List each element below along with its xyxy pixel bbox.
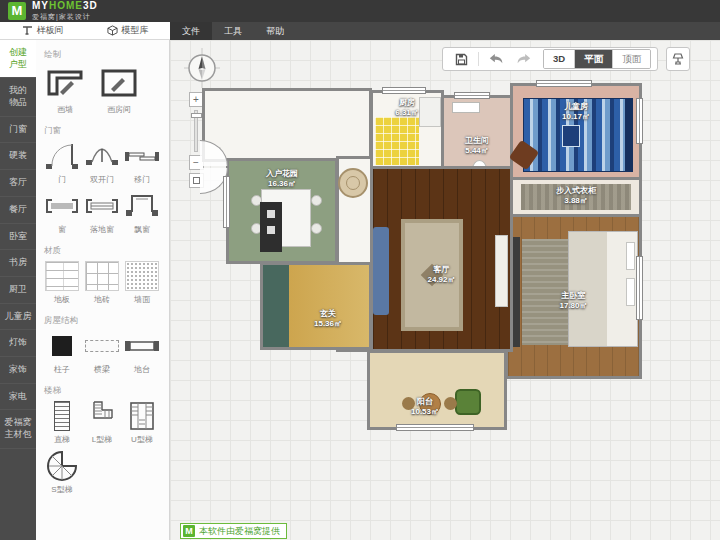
room-entry-hall[interactable]: 玄关15.36㎡ xyxy=(260,262,372,350)
tool-column[interactable]: 柱子 xyxy=(42,330,82,375)
tool-draw-room[interactable]: 画房间 xyxy=(96,64,142,115)
rattan-chair[interactable] xyxy=(338,168,368,198)
sidebar-item-hard-decor[interactable]: 硬装 xyxy=(0,143,36,170)
menu-help[interactable]: 帮助 xyxy=(254,22,296,40)
desk-lamp-icon xyxy=(671,52,685,66)
tool-l-stair[interactable]: L型梯 xyxy=(82,400,122,445)
tool-spiral-stair[interactable]: S型梯 xyxy=(42,450,82,495)
tool-u-stair[interactable]: U型梯 xyxy=(122,400,162,445)
tool-beam[interactable]: 横梁 xyxy=(82,330,122,375)
living-rug[interactable] xyxy=(401,219,463,331)
tool-french-window[interactable]: 落地窗 xyxy=(82,190,122,235)
tool-door[interactable]: 门 xyxy=(42,140,82,185)
zoom-slider[interactable] xyxy=(194,110,198,152)
lamp-tool-button[interactable] xyxy=(666,47,690,71)
bay-window-icon xyxy=(122,190,162,222)
sidebar-item-living-room[interactable]: 客厅 xyxy=(0,170,36,197)
tool-wall-surface[interactable]: 墙面 xyxy=(122,260,162,305)
sidebar-item-my-items[interactable]: 我的 物品 xyxy=(0,78,36,116)
tool-label: 地板 xyxy=(42,294,82,305)
tool-label: 地砖 xyxy=(82,294,122,305)
tool-window[interactable]: 窗 xyxy=(42,190,82,235)
sidebar-item-doors-windows[interactable]: 门窗 xyxy=(0,117,36,144)
sofa[interactable] xyxy=(373,227,389,315)
tool-bay-window[interactable]: 飘窗 xyxy=(122,190,162,235)
app-window: M MYHOME3D 爱福窝|家装设计 样板间 模型库 文件 工具 帮助 创建 … xyxy=(0,0,720,540)
view-plan-button[interactable]: 平面 xyxy=(574,50,613,68)
tool-wood-floor[interactable]: 地板 xyxy=(42,260,82,305)
tv-cabinet[interactable] xyxy=(495,235,508,307)
section-draw: 绘制 xyxy=(44,49,163,61)
tool-label: 墙面 xyxy=(122,294,162,305)
tool-label: 横梁 xyxy=(82,364,122,375)
sidebar-item-kids-room[interactable]: 儿童房 xyxy=(0,304,36,331)
view-ceiling-button[interactable]: 顶面 xyxy=(613,50,650,68)
section-materials: 材质 xyxy=(44,245,163,257)
view-3d-button[interactable]: 3D xyxy=(544,50,574,68)
fridge[interactable] xyxy=(419,97,441,127)
tab-model-library[interactable]: 模型库 xyxy=(85,22,170,39)
design-canvas[interactable]: + − 3D 平面 顶面 xyxy=(170,40,720,540)
tab-sample-rooms[interactable]: 样板间 xyxy=(0,22,85,39)
save-icon xyxy=(455,53,468,66)
double-door-icon xyxy=(82,140,122,172)
room-area: 16.36㎡ xyxy=(268,179,296,188)
save-button[interactable] xyxy=(449,48,474,70)
tool-double-door[interactable]: 双开门 xyxy=(82,140,122,185)
room-living[interactable]: 客厅24.92㎡ xyxy=(370,166,513,352)
kitchen-cabinets[interactable] xyxy=(375,117,419,165)
tool-label: 柱子 xyxy=(42,364,82,375)
room-walkin-closet[interactable]: 步入式衣柜3.88㎡ xyxy=(510,177,642,217)
window xyxy=(636,256,643,320)
room-entry-garden[interactable]: 入户花园16.36㎡ xyxy=(226,158,338,264)
room-name: 玄关 xyxy=(320,309,336,318)
window xyxy=(396,424,474,431)
cube-icon xyxy=(107,25,118,36)
myhome3d-logo: M xyxy=(8,2,26,20)
bedroom-rug xyxy=(522,239,570,345)
tool-label: U型梯 xyxy=(122,434,162,445)
tool-floor-tile[interactable]: 地砖 xyxy=(82,260,122,305)
undo-button[interactable] xyxy=(483,48,510,70)
tile-texture-icon xyxy=(82,260,122,292)
kids-bed[interactable] xyxy=(523,98,633,172)
compass[interactable] xyxy=(184,48,220,92)
wall-texture-icon xyxy=(122,260,162,292)
redo-button[interactable] xyxy=(510,48,537,70)
room-name: 入户花园 xyxy=(266,169,298,178)
bathroom-sink[interactable] xyxy=(452,102,480,113)
room-kids[interactable]: 儿童房10.17㎡ xyxy=(510,83,642,180)
window xyxy=(382,87,426,94)
tool-sliding-door[interactable]: 移门 xyxy=(122,140,162,185)
room-master-bedroom[interactable]: 主卧室17.80㎡ xyxy=(505,214,642,379)
section-doors-windows: 门窗 xyxy=(44,125,163,137)
sidebar-item-dining-room[interactable]: 餐厅 xyxy=(0,197,36,224)
sidebar-item-lighting[interactable]: 灯饰 xyxy=(0,330,36,357)
window xyxy=(223,176,230,228)
master-bed[interactable] xyxy=(568,231,638,347)
u-stair-icon xyxy=(122,400,162,432)
panel-tabs: 样板间 模型库 xyxy=(0,22,170,40)
zoom-slider-handle[interactable] xyxy=(191,113,202,118)
menu-tools[interactable]: 工具 xyxy=(212,22,254,40)
balcony-plant[interactable] xyxy=(455,389,481,415)
room-kitchen[interactable]: 厨房6.31㎡ xyxy=(370,90,444,170)
kitchen-counter[interactable] xyxy=(260,202,282,252)
straight-stair-icon xyxy=(42,400,82,432)
room-corridor[interactable] xyxy=(202,88,372,162)
sidebar-item-home-decor[interactable]: 家饰 xyxy=(0,357,36,384)
tool-platform[interactable]: 地台 xyxy=(122,330,162,375)
sidebar-item-bedroom[interactable]: 卧室 xyxy=(0,224,36,251)
room-balcony[interactable]: 阳台10.53㎡ xyxy=(367,350,507,430)
tool-label: 画墙 xyxy=(42,104,88,115)
window xyxy=(536,80,592,87)
sidebar-item-material-pack[interactable]: 爱福窝 主材包 xyxy=(0,410,36,448)
sidebar-item-appliances[interactable]: 家电 xyxy=(0,384,36,411)
tool-draw-wall[interactable]: 画墙 xyxy=(42,64,88,115)
sidebar-item-create-floorplan[interactable]: 创建 户型 xyxy=(0,40,36,78)
sidebar-item-kitchen-bath[interactable]: 厨卫 xyxy=(0,277,36,304)
balcony-table[interactable] xyxy=(419,393,441,415)
menu-file[interactable]: 文件 xyxy=(170,22,212,40)
sidebar-item-study[interactable]: 书房 xyxy=(0,250,36,277)
tool-straight-stair[interactable]: 直梯 xyxy=(42,400,82,445)
